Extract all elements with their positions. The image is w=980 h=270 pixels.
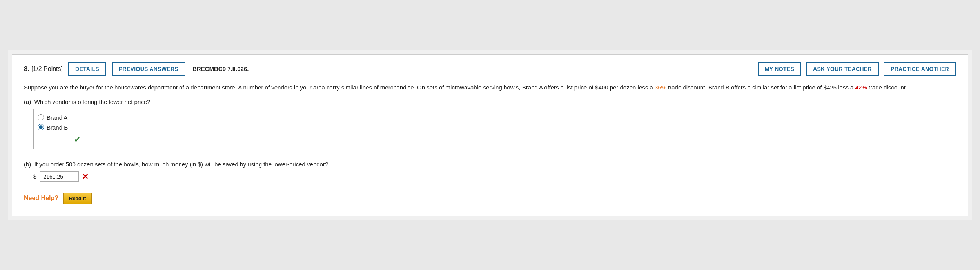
question-number-text: 8. [24,65,29,73]
part-a-label: (a) Which vendor is offering the lower n… [24,99,956,105]
part-b-input-row: $ ✕ [33,171,956,182]
part-b: (b) If you order 500 dozen sets of the b… [24,161,956,182]
previous-answers-button[interactable]: PREVIOUS ANSWERS [112,62,185,76]
radio-box: Brand A Brand B ✓ [33,109,88,149]
question-header: 8. [1/2 Points] DETAILS PREVIOUS ANSWERS… [24,62,956,76]
problem-text-2: trade discount. Brand B offers a similar… [666,84,855,91]
radio-option-brand-b[interactable]: Brand B [38,123,81,131]
discount-b: 42% [855,84,867,91]
problem-text-3: trade discount. [867,84,907,91]
question-card: 8. [1/2 Points] DETAILS PREVIOUS ANSWERS… [12,54,968,216]
part-b-answer-input[interactable] [40,171,79,182]
need-help-label: Need Help? [24,195,58,202]
ask-teacher-button[interactable]: ASK YOUR TEACHER [806,62,879,76]
discount-a: 36% [655,84,666,91]
question-code: BRECMBC9 7.II.026. [192,66,249,72]
radio-brand-b[interactable] [38,124,44,130]
brand-a-label: Brand A [47,114,67,121]
question-number: 8. [1/2 Points] [24,65,63,73]
radio-option-brand-a[interactable]: Brand A [38,113,81,122]
read-it-button[interactable]: Read It [63,193,92,204]
part-a: (a) Which vendor is offering the lower n… [24,99,956,153]
page-container: 8. [1/2 Points] DETAILS PREVIOUS ANSWERS… [8,50,972,220]
correct-checkmark: ✓ [74,135,81,145]
details-button[interactable]: DETAILS [68,62,106,76]
dollar-sign: $ [33,173,36,180]
practice-another-button[interactable]: PRACTICE ANOTHER [884,62,956,76]
problem-text-1: Suppose you are the buyer for the housew… [24,84,655,91]
header-right-buttons: MY NOTES ASK YOUR TEACHER PRACTICE ANOTH… [758,62,956,76]
checkmark-row: ✓ [38,135,81,145]
problem-text: Suppose you are the buyer for the housew… [24,83,956,92]
wrong-icon: ✕ [82,172,89,181]
points-text: [1/2 Points] [31,66,63,72]
part-b-label: (b) If you order 500 dozen sets of the b… [24,161,956,168]
radio-brand-a[interactable] [38,114,44,120]
my-notes-button[interactable]: MY NOTES [758,62,801,76]
brand-b-label: Brand B [47,124,68,131]
need-help-row: Need Help? Read It [24,193,956,204]
